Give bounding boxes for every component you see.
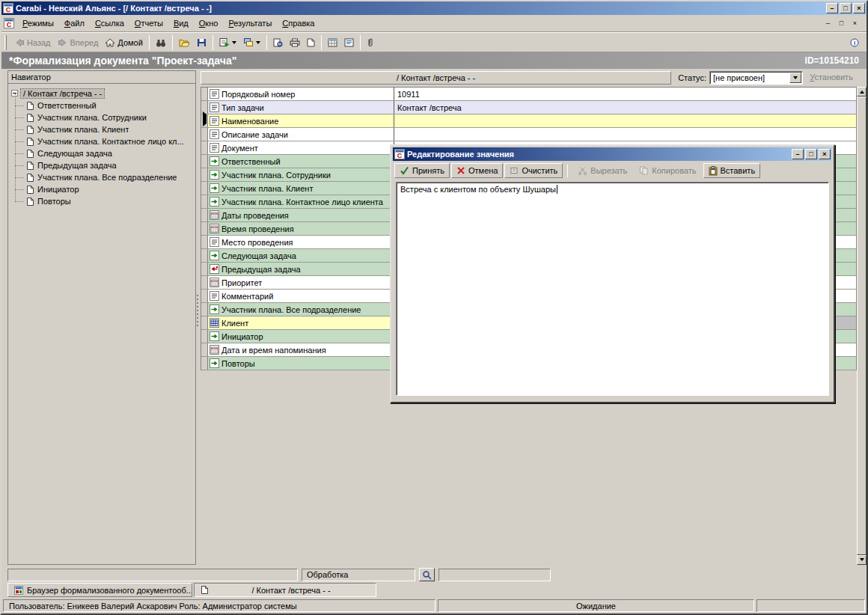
value-cell[interactable] bbox=[394, 114, 856, 127]
field-cell[interactable]: Участник плана. Контактное лицо клиента bbox=[208, 195, 394, 208]
field-cell[interactable]: Описание задачи bbox=[208, 128, 394, 141]
field-cell[interactable]: Приоритет bbox=[208, 276, 394, 289]
table-row[interactable]: Порядковый номер10911 bbox=[201, 88, 856, 101]
dialog-maximize-button[interactable]: □ bbox=[805, 149, 817, 159]
tree-item[interactable]: Предыдущая задача bbox=[15, 159, 194, 171]
dialog-minimize-button[interactable]: – bbox=[792, 149, 804, 159]
print-button[interactable] bbox=[287, 34, 303, 51]
field-cell[interactable]: Следующая задача bbox=[208, 249, 394, 262]
toolbar-separator bbox=[266, 35, 267, 50]
field-cell[interactable]: Участник плана. Клиент bbox=[208, 182, 394, 195]
menu-item[interactable]: Режимы bbox=[17, 16, 59, 30]
combo-dropdown-icon[interactable] bbox=[789, 73, 801, 83]
field-cell[interactable]: Наименование bbox=[208, 114, 394, 127]
processing-field[interactable]: Обработка bbox=[302, 569, 415, 581]
tree-item[interactable]: Повторы bbox=[15, 195, 194, 207]
open-button[interactable] bbox=[176, 34, 193, 51]
field-cell[interactable]: Участник плана. Сотрудники bbox=[208, 168, 394, 181]
menu-item[interactable]: Справка bbox=[277, 16, 320, 30]
cancel-button[interactable]: Отмена bbox=[451, 163, 503, 178]
mdi-minimize-button[interactable]: – bbox=[822, 19, 834, 28]
save-button[interactable] bbox=[194, 34, 210, 51]
close-button[interactable]: × bbox=[853, 3, 865, 13]
back-button[interactable]: Назад bbox=[11, 34, 54, 51]
menu-item[interactable]: Результаты bbox=[223, 16, 277, 30]
page-icon bbox=[307, 38, 315, 47]
tab-document[interactable]: / Контакт /встреча - - bbox=[194, 583, 376, 597]
views-dropdown-button[interactable] bbox=[240, 34, 263, 51]
scroll-thumb[interactable] bbox=[857, 97, 867, 555]
tree-item[interactable]: Ответственный bbox=[15, 100, 194, 111]
cut-button[interactable]: Вырезать bbox=[572, 163, 632, 178]
scroll-up-button[interactable] bbox=[857, 87, 867, 97]
menu-item[interactable]: Вид bbox=[168, 16, 194, 30]
tree-item[interactable]: Участник плана. Контактное лицо кл... bbox=[15, 135, 194, 147]
table-row[interactable]: Описание задачи bbox=[201, 128, 856, 141]
maximize-button[interactable]: □ bbox=[840, 3, 852, 13]
search-button[interactable] bbox=[153, 34, 169, 51]
form-view-button[interactable] bbox=[341, 34, 357, 51]
value-cell[interactable]: 10911 bbox=[394, 88, 856, 100]
field-cell[interactable]: Инициатор bbox=[208, 330, 394, 343]
copy-button[interactable]: Копировать bbox=[634, 163, 701, 178]
tree-item[interactable]: Участник плана. Клиент bbox=[15, 123, 194, 135]
toolbar-grip[interactable] bbox=[4, 35, 7, 50]
search-button[interactable] bbox=[419, 568, 435, 581]
preview-button[interactable] bbox=[270, 34, 286, 51]
field-cell[interactable]: Место проведения bbox=[208, 236, 394, 248]
clear-button[interactable]: Очистить bbox=[504, 163, 563, 178]
field-cell[interactable]: Клиент bbox=[208, 316, 394, 329]
aux-field[interactable] bbox=[438, 569, 551, 581]
scroll-down-button[interactable] bbox=[857, 555, 867, 565]
field-cell[interactable]: Тип задачи bbox=[208, 101, 394, 114]
report-button[interactable] bbox=[304, 34, 318, 51]
info-button[interactable]: i bbox=[847, 34, 862, 51]
field-cell[interactable]: Предыдущая задача bbox=[208, 263, 394, 275]
field-cell[interactable]: Даты проведения bbox=[208, 209, 394, 221]
link-icon bbox=[210, 251, 219, 260]
menu-item[interactable]: Окно bbox=[194, 16, 224, 30]
dialog-toolbar: ПринятьОтменаОчиститьВырезатьКопироватьВ… bbox=[391, 161, 834, 180]
window-titlebar[interactable]: C Carabi - Невский Альянс - [/ Контакт /… bbox=[1, 1, 867, 15]
value-cell[interactable] bbox=[394, 128, 856, 141]
field-cell[interactable]: Порядковый номер bbox=[208, 88, 394, 100]
filter-field[interactable] bbox=[7, 569, 298, 581]
field-cell[interactable]: Ответственный bbox=[208, 155, 394, 168]
tree-item[interactable]: Инициатор bbox=[15, 183, 194, 195]
tree-item[interactable]: Следующая задача bbox=[15, 147, 194, 159]
tree-root-label[interactable]: / Контакт /встреча - - bbox=[21, 89, 104, 98]
tree-item[interactable]: Участник плана. Сотрудники bbox=[15, 111, 194, 123]
tree-root[interactable]: / Контакт /встреча - - bbox=[10, 87, 194, 100]
dialog-close-button[interactable]: × bbox=[819, 149, 831, 159]
attachments-button[interactable] bbox=[364, 34, 377, 51]
menu-item[interactable]: Ссылка bbox=[90, 16, 129, 30]
table-row[interactable]: Тип задачиКонтакт /встреча bbox=[201, 101, 856, 114]
dialog-titlebar[interactable]: C Редактирование значения – □ × bbox=[393, 147, 832, 161]
home-button[interactable]: Домой bbox=[102, 34, 146, 51]
tree-item[interactable]: Участник плана. Все подразделение bbox=[15, 171, 194, 183]
vertical-scrollbar[interactable] bbox=[857, 87, 867, 565]
table-view-button[interactable] bbox=[325, 34, 340, 51]
menu-item[interactable]: Файл bbox=[59, 16, 90, 30]
paste-button[interactable]: Вставить bbox=[703, 163, 761, 178]
value-text-area[interactable]: Встреча с клиентом по объекту Шушары bbox=[396, 182, 829, 396]
field-cell[interactable]: Время проведения bbox=[208, 222, 394, 235]
field-cell[interactable]: Комментарий bbox=[208, 290, 394, 302]
status-combobox[interactable]: [не присвоен] bbox=[709, 71, 803, 85]
accept-button[interactable]: Принять bbox=[394, 163, 450, 178]
set-status-button[interactable]: Установить bbox=[806, 71, 857, 85]
menu-item[interactable]: Отчеты bbox=[129, 16, 168, 30]
field-cell[interactable]: Повторы bbox=[208, 357, 394, 370]
field-cell[interactable]: Дата и время напоминания bbox=[208, 343, 394, 356]
mdi-close-button[interactable]: × bbox=[849, 19, 861, 28]
forward-button[interactable]: Вперед bbox=[55, 34, 102, 51]
mdi-restore-button[interactable]: □ bbox=[836, 19, 847, 28]
tab-browser[interactable]: Браузер формализованного документооб... bbox=[7, 583, 192, 597]
minimize-button[interactable]: – bbox=[826, 3, 838, 13]
field-cell[interactable]: Документ bbox=[208, 141, 394, 154]
documents-dropdown-button[interactable] bbox=[216, 34, 239, 51]
table-row[interactable]: Наименование bbox=[201, 114, 856, 128]
value-cell[interactable]: Контакт /встреча bbox=[394, 101, 856, 114]
panel-splitter[interactable] bbox=[196, 70, 199, 565]
field-cell[interactable]: Участник плана. Все подразделение bbox=[208, 303, 394, 316]
